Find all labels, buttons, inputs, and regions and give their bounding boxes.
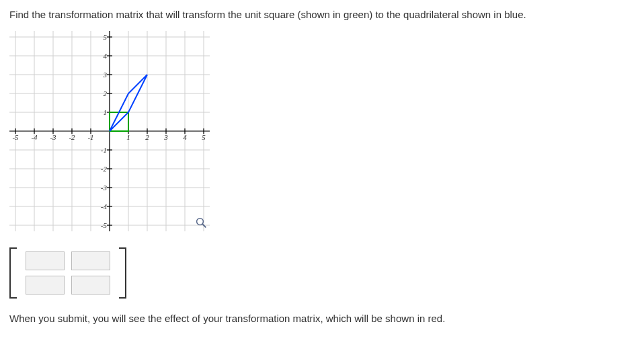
ytick-label: 4 [104,52,108,60]
ytick-label: -1 [101,146,107,154]
matrix-a12-input[interactable] [71,251,110,270]
xtick-label: -1 [87,133,93,141]
coordinate-plot: -5 -4 -3 -2 -1 1 2 3 4 5 5 4 3 2 1 -1 -2 [9,31,210,231]
xtick-label: 4 [183,133,187,141]
matrix-a11-input[interactable] [26,251,65,270]
ytick-label: -4 [101,202,108,210]
xtick-label: 2 [145,133,149,141]
xtick-label: 3 [163,133,168,141]
xtick-label: -5 [12,133,19,141]
ytick-label: -2 [101,165,108,173]
xtick-label: -4 [31,133,38,141]
ytick-label: 2 [104,89,108,97]
xtick-label: -2 [69,133,75,141]
submit-hint-text: When you submit, you will see the effect… [9,312,628,325]
matrix-input [9,247,126,299]
matrix-a21-input[interactable] [26,276,65,295]
left-bracket [9,247,20,299]
magnify-icon[interactable] [195,217,207,229]
xtick-label: -3 [50,133,56,141]
xtick-label: 1 [126,133,130,141]
ytick-label: -3 [101,184,108,192]
svg-line-45 [202,225,206,228]
question-prompt: Find the transformation matrix that will… [9,8,628,22]
right-bracket [116,247,126,299]
ytick-label: -5 [101,221,108,229]
matrix-a22-input[interactable] [71,276,110,295]
xtick-label: 5 [202,133,206,141]
ytick-label: 1 [104,108,108,116]
ytick-label: 3 [103,71,108,79]
ytick-label: 5 [104,33,108,41]
